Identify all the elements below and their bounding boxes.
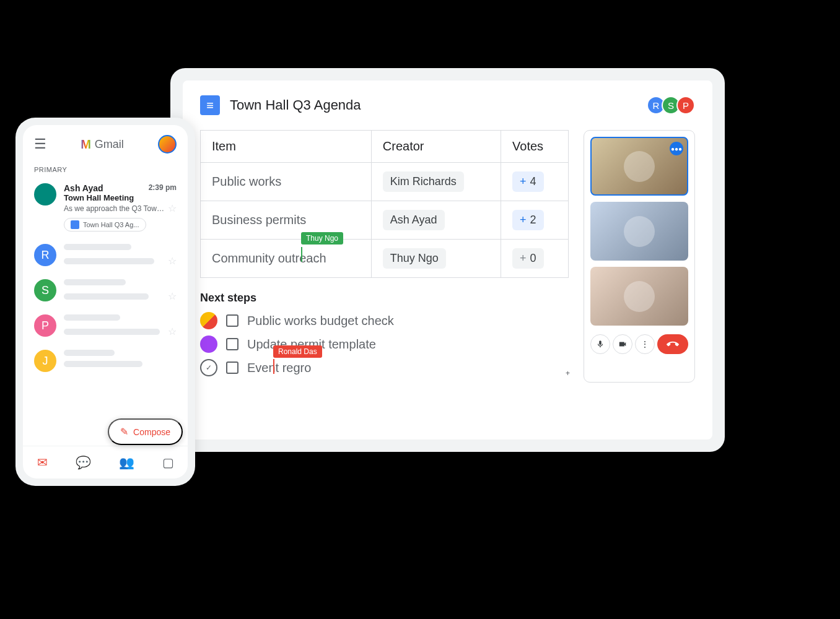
doc-header: ≡ Town Hall Q3 Agenda R S P [200,95,695,115]
bottom-nav: ✉ 💬 👥 ▢ [23,446,188,478]
vote-button[interactable]: +2 [512,210,544,230]
doc-title[interactable]: Town Hall Q3 Agenda [230,97,361,113]
mic-icon [596,340,605,348]
placeholder-text [64,329,160,335]
star-icon[interactable]: ☆ [168,202,177,214]
email-item-placeholder[interactable]: R ☆ [23,238,188,273]
placeholder-text [64,244,131,250]
step-row[interactable]: Update permit template [200,335,569,353]
cell-creator[interactable]: Thuy Ngo [371,240,501,278]
plus-icon: + [520,175,527,188]
meet-nav-icon[interactable]: ▢ [162,455,174,470]
sender-avatar: J [34,350,56,372]
table-row[interactable]: Community outreach Thuy Ngo Thuy Ngo +0 [201,240,569,278]
hangup-button[interactable] [657,334,688,354]
attachment-chip[interactable]: Town Hall Q3 Ag... [64,218,146,232]
speaking-indicator-icon: ●●● [670,142,683,155]
placeholder-text [64,361,142,367]
hangup-icon [667,338,679,350]
person-video [624,281,655,312]
collaborator-avatars: R S P [650,96,695,115]
more-vertical-icon: ⋮ [641,339,649,349]
plus-icon: + [520,214,527,227]
plus-icon: + [520,252,527,265]
gmail-m-icon: M [81,137,91,152]
sender-avatar: S [34,279,56,301]
video-tile-speaking[interactable]: ●●● [590,137,688,196]
cursor-indicator-red [273,359,274,374]
creator-chip[interactable]: Kim Richards [383,171,464,192]
pencil-icon: ✎ [120,426,128,438]
creator-chip[interactable]: Thuy Ngo [383,248,446,269]
sender-avatar: R [34,244,56,266]
mic-button[interactable] [590,334,610,354]
spaces-nav-icon[interactable]: 👥 [119,455,134,470]
gmail-header: ☰ M Gmail [23,135,188,162]
more-options-button[interactable]: ⋮ [635,334,655,354]
header-item: Item [201,131,372,163]
assignee-avatar-multi[interactable] [200,312,217,329]
mail-nav-icon[interactable]: ✉ [37,455,48,470]
profile-avatar[interactable] [158,135,177,154]
inbox-category-label[interactable]: PRIMARY [23,162,188,177]
cursor-indicator-green [301,247,302,262]
cell-creator[interactable]: Kim Richards [371,163,501,201]
step-text[interactable]: Public works budget check [247,314,394,328]
email-sender: Ash Ayad [64,183,103,193]
email-item-placeholder[interactable]: P ☆ [23,308,188,344]
video-tile[interactable] [590,267,688,326]
table-header-row: Item Creator Votes [201,131,569,163]
person-video [624,151,655,182]
cell-item[interactable]: Public works [201,163,372,201]
creator-chip[interactable]: Ash Ayad [383,210,445,230]
star-icon[interactable]: ☆ [168,290,177,302]
next-steps-section[interactable]: Next steps Public works budget check Upd… [200,292,569,376]
table-row[interactable]: Business permits Ash Ayad +2 [201,201,569,240]
cell-votes[interactable]: +0 [501,240,569,278]
checkbox-icon[interactable] [226,314,238,327]
star-icon[interactable]: ☆ [168,326,177,337]
checkbox-icon[interactable] [226,338,238,350]
gmail-brand-text: Gmail [95,138,124,151]
cell-votes[interactable]: +2 [501,201,569,240]
step-row[interactable]: Event regro Ronald Das [200,359,569,376]
assignee-avatar[interactable] [200,335,217,353]
next-steps-title: Next steps [200,292,569,305]
email-item-placeholder[interactable]: S ☆ [23,273,188,308]
meet-video-panel: ●●● ⋮ [584,130,695,383]
gmail-logo[interactable]: M Gmail [81,137,124,152]
compose-button[interactable]: ✎ Compose [108,418,183,445]
email-preview: As we approach the Q3 Town Ha... [64,204,168,213]
compose-label: Compose [133,427,170,437]
meet-controls: ⋮ [590,334,688,354]
step-text[interactable]: Event regro Ronald Das [247,361,311,375]
table-row[interactable]: Public works Kim Richards +4 [201,163,569,201]
gmail-app: ☰ M Gmail PRIMARY Ash Ayad 2:39 pm Town … [23,125,188,478]
google-docs-icon[interactable]: ≡ [200,95,220,115]
cell-votes[interactable]: +4 [501,163,569,201]
hamburger-menu-icon[interactable]: ☰ [34,136,46,152]
sender-avatar: P [34,314,56,337]
star-icon[interactable]: ☆ [168,255,177,267]
placeholder-text [64,279,126,285]
cell-item[interactable]: Community outreach Thuy Ngo [201,240,372,278]
checkbox-icon[interactable] [226,361,238,374]
step-row[interactable]: Public works budget check [200,312,569,329]
agenda-table[interactable]: Item Creator Votes Public works Kim Rich… [200,130,569,278]
cell-item[interactable]: Business permits [201,201,372,240]
chat-nav-icon[interactable]: 💬 [76,455,91,470]
placeholder-text [64,258,154,264]
vote-button[interactable]: +4 [512,171,544,192]
cell-creator[interactable]: Ash Ayad [371,201,501,240]
email-item[interactable]: Ash Ayad 2:39 pm Town Hall Meeting As we… [23,177,188,238]
doc-body[interactable]: Item Creator Votes Public works Kim Rich… [200,130,569,383]
placeholder-text [64,293,149,300]
email-item-placeholder[interactable]: J [23,344,188,378]
assign-task-icon[interactable] [200,359,217,376]
video-tile[interactable] [590,202,688,261]
collaborator-avatar-p[interactable]: P [676,96,695,115]
vote-button[interactable]: +0 [512,248,544,269]
email-time: 2:39 pm [149,183,177,192]
camera-button[interactable] [613,334,632,354]
docs-app: ≡ Town Hall Q3 Agenda R S P Item Creator… [183,80,712,439]
